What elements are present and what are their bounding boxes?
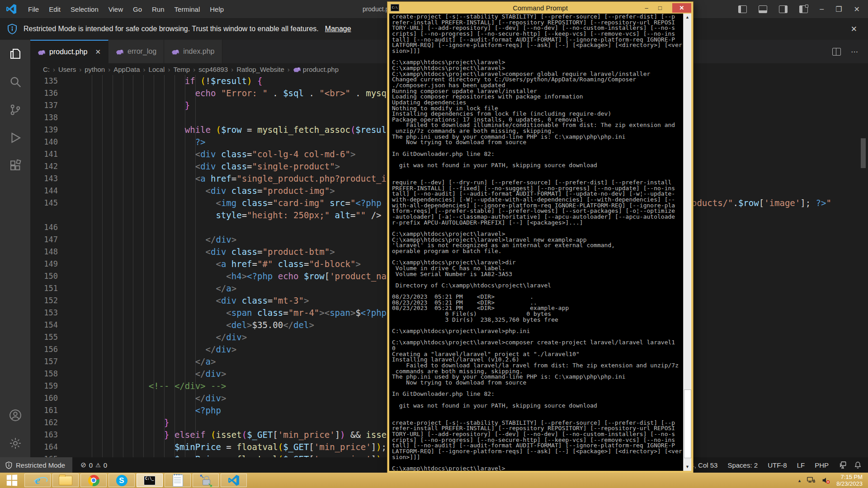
chevron-right-icon: › <box>288 66 290 73</box>
window-restore-icon[interactable]: ❐ <box>835 5 842 14</box>
manage-link[interactable]: Manage <box>325 25 351 33</box>
desktop: FileEditSelectionViewGoRunTerminalHelp p… <box>0 0 868 488</box>
menu-file[interactable]: File <box>24 4 43 15</box>
terminal-scrollbar[interactable]: ▲ ▼ <box>683 14 691 471</box>
menu-bar: FileEditSelectionViewGoRunTerminalHelp <box>24 4 228 15</box>
scrollbar-thumb[interactable] <box>684 389 691 458</box>
settings-gear-icon[interactable] <box>0 429 30 457</box>
menu-run[interactable]: Run <box>148 4 169 15</box>
volume-muted-icon[interactable] <box>821 476 830 484</box>
status-spaces-2[interactable]: Spaces: 2 <box>727 461 758 469</box>
chevron-right-icon: › <box>79 66 81 73</box>
system-tray: ▴ 7:15 PM 8/23/2023 <box>798 473 868 488</box>
command-prompt-button[interactable]: C:\_ <box>137 474 163 487</box>
restricted-mode-status[interactable]: Restricted Mode <box>0 457 72 473</box>
breadcrumb-item[interactable]: scp46893 <box>198 66 228 73</box>
split-editor-icon[interactable] <box>832 48 841 56</box>
account-icon[interactable] <box>0 401 30 429</box>
banner-text: Restricted Mode is intended for safe cod… <box>24 25 319 33</box>
hidden-icons-chevron[interactable]: ▴ <box>798 478 801 483</box>
skype-icon: S <box>116 475 127 486</box>
breadcrumb-item[interactable]: product.php <box>293 66 339 73</box>
tab-error_log[interactable]: error_log <box>108 40 164 63</box>
sidebar-item-extensions[interactable] <box>0 152 30 180</box>
breadcrumb-item[interactable]: Ratlop_Website <box>236 66 284 73</box>
start-button[interactable] <box>0 473 24 488</box>
skype-button[interactable]: S <box>108 474 135 487</box>
menu-help[interactable]: Help <box>206 4 228 15</box>
editor-scrollbar[interactable] <box>861 138 866 168</box>
window-minimize-icon[interactable]: – <box>820 5 824 13</box>
notifications-bell-icon[interactable] <box>854 461 862 469</box>
menu-go[interactable]: Go <box>129 4 146 15</box>
breadcrumb-item[interactable]: Local <box>149 66 165 73</box>
cmd-window-title: Command Prompt <box>387 4 693 12</box>
chevron-right-icon: › <box>231 66 233 73</box>
tab-close-icon[interactable]: ✕ <box>95 48 101 56</box>
vscode-icon <box>228 474 240 486</box>
breadcrumb-item[interactable]: python <box>85 66 105 73</box>
status-php[interactable]: PHP <box>815 461 829 469</box>
tightvnc-button[interactable]: ↖↘ <box>193 474 219 487</box>
tab-label: product.php <box>49 48 88 56</box>
menu-edit[interactable]: Edit <box>45 4 65 15</box>
scroll-down-icon[interactable]: ▼ <box>684 463 691 471</box>
status-utf-8[interactable]: UTF-8 <box>768 461 787 469</box>
breadcrumb-item[interactable]: Temp <box>173 66 190 73</box>
php-file-icon <box>38 49 45 55</box>
network-icon[interactable] <box>807 476 816 484</box>
command-prompt-titlebar[interactable]: C:\ Command Prompt – □ ✕ <box>387 2 693 14</box>
feedback-person-icon[interactable] <box>839 461 847 469</box>
window-close-icon[interactable]: ✕ <box>854 5 860 14</box>
terminal[interactable]: create-project [-s¦--stability STABILITY… <box>389 14 691 471</box>
tab-index.php[interactable]: index.php <box>164 40 222 63</box>
breadcrumb-item[interactable]: Users <box>58 66 76 73</box>
toggle-secondary-sidebar-icon[interactable] <box>779 5 788 13</box>
tab-product.php[interactable]: product.php✕ <box>30 40 108 63</box>
breadcrumb-item[interactable]: AppData <box>113 66 140 73</box>
tab-label: error_log <box>127 47 156 56</box>
shield-icon <box>7 23 17 34</box>
tightvnc-icon: ↖↘ <box>200 475 211 486</box>
php-file-icon <box>171 49 179 55</box>
status-lf[interactable]: LF <box>797 461 805 469</box>
vscode-button[interactable] <box>221 474 247 487</box>
php-file-icon <box>116 49 123 55</box>
vscode-logo-icon <box>6 4 17 14</box>
sidebar-item-explorer[interactable] <box>0 40 30 68</box>
sidebar-item-run-debug[interactable] <box>0 124 30 152</box>
banner-close-icon[interactable]: ✕ <box>851 24 857 34</box>
chevron-right-icon: › <box>53 66 55 73</box>
sidebar-item-source-control[interactable] <box>0 96 30 124</box>
php-file-icon <box>293 66 301 72</box>
taskbar-clock[interactable]: 7:15 PM 8/23/2023 <box>836 474 863 487</box>
scroll-up-icon[interactable]: ▲ <box>684 14 691 21</box>
warning-icon: ⚠ <box>95 462 101 469</box>
chevron-right-icon: › <box>193 66 195 73</box>
toggle-panel-icon[interactable] <box>759 5 767 13</box>
chevron-right-icon: › <box>108 66 110 73</box>
chevron-right-icon: › <box>168 66 170 73</box>
internet-explorer-icon: e <box>35 474 40 486</box>
breadcrumb-item[interactable]: C: <box>43 66 50 73</box>
command-prompt-window: C:\ Command Prompt – □ ✕ create-project … <box>387 2 693 473</box>
tab-label: index.php <box>183 47 214 56</box>
chrome-icon <box>88 475 99 486</box>
internet-explorer-button[interactable]: e <box>24 474 51 487</box>
file-explorer-button[interactable] <box>52 474 79 487</box>
notepad-button[interactable] <box>165 474 191 487</box>
customize-layout-icon[interactable] <box>799 5 808 13</box>
chrome-button[interactable] <box>80 474 107 487</box>
menu-terminal[interactable]: Terminal <box>170 4 204 15</box>
menu-selection[interactable]: Selection <box>66 4 103 15</box>
toggle-sidebar-icon[interactable] <box>738 5 747 13</box>
sidebar-item-search[interactable] <box>0 68 30 96</box>
more-actions-icon[interactable]: ⋯ <box>851 47 858 56</box>
chevron-right-icon: › <box>143 66 146 73</box>
problems-status[interactable]: ⊘ 0 ⚠ 0 <box>80 461 107 469</box>
menu-view[interactable]: View <box>104 4 127 15</box>
shield-icon <box>5 461 12 469</box>
clock-time: 7:15 PM <box>836 474 863 480</box>
terminal-output: create-project [-s¦--stability STABILITY… <box>389 14 691 471</box>
clock-date: 8/23/2023 <box>836 480 863 487</box>
